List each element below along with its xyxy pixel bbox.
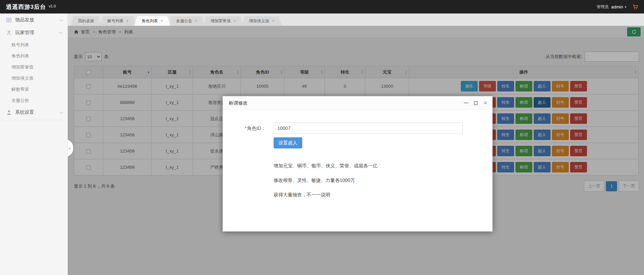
sidebar-group-system[interactable]: 系统设置 [0,106,67,119]
role-id-label-text: 角色ID： [247,126,266,131]
dialog-note-0: 增加元宝、铜币、银币、侠义、荣誉、成就各一亿 [274,162,377,169]
set-superman-button[interactable]: 设置超人 [274,137,302,148]
tab-close-icon[interactable]: × [272,19,274,23]
admin-username[interactable]: admin [611,4,623,9]
topbar-right: 管理员 admin ▾ [597,0,639,13]
required-mark: * [245,126,247,131]
chevron-down-icon[interactable]: ▾ [625,5,626,9]
tab-close-icon[interactable]: × [126,19,129,23]
players-icon [6,30,12,36]
tab-account-list[interactable]: 账号列表× [100,16,136,26]
dialog-note-1: 修改根骨、灵性、敏捷、力量各1000万 [274,177,377,184]
tab-close-icon[interactable]: × [233,19,236,23]
maximize-icon[interactable] [474,101,478,105]
tab-server-notice[interactable]: 全服公告× [169,16,205,26]
minimize-icon[interactable] [464,103,468,103]
app-window: 逍遥西游3后台 v1.0 管理员 admin ▾ 物品发放玩家管理账号列表角色列… [0,0,644,275]
tab-role-list[interactable]: 角色列表× [134,16,170,26]
sidebar-item-server-notice[interactable]: 全服公告 [0,95,67,106]
sidebar-group-players[interactable]: 玩家管理 [0,26,67,39]
role-id-label: *角色ID： [239,122,266,134]
tab-close-icon[interactable]: × [161,19,163,23]
sidebar-group-label: 系统设置 [15,109,60,115]
sidebar-item-disband-guild[interactable]: 解散帮派 [0,84,67,95]
sidebar-item-add-honor[interactable]: 增加荣誉值 [0,61,67,73]
chevron-down-icon [60,110,63,114]
goods-icon [6,17,12,23]
close-icon[interactable]: × [483,100,487,106]
dialog-notes: 增加元宝、铜币、银币、侠义、荣誉、成就各一亿修改根骨、灵性、敏捷、力量各1000… [274,162,377,206]
tab-close-icon[interactable]: × [195,19,197,23]
title-edit-dialog: 称谓修改 × *角色ID： 设置超人 增加元宝、铜币、银币、侠义、荣誉、成就各一… [223,96,493,231]
dialog-window-controls: × [464,96,487,110]
admin-role-label: 管理员 [597,4,609,10]
tab-add-chivalry[interactable]: 增加侠义值× [242,16,282,26]
tab-add-honor[interactable]: 增加荣誉值× [203,16,243,26]
app-title: 逍遥西游3后台 [6,3,46,11]
sidebar-group-label: 玩家管理 [15,30,60,36]
chevron-down-icon [60,18,63,21]
brand: 逍遥西游3后台 v1.0 [6,0,56,13]
sidebar-item-role-list[interactable]: 角色列表 [0,50,67,61]
sidebar-item-add-chivalry[interactable]: 增加侠义值 [0,73,67,84]
tab-desktop[interactable]: 我的桌面 [71,16,102,26]
sidebar-item-account-list[interactable]: 账号列表 [0,39,67,50]
system-icon [6,110,12,115]
topbar: 逍遥西游3后台 v1.0 管理员 admin ▾ [0,0,644,13]
cart-icon[interactable] [632,4,639,10]
sidebar-group-label: 物品发放 [15,17,60,23]
tabbar: 我的桌面账号列表×角色列表×全服公告×增加荣誉值×增加侠义值× [68,13,644,26]
sidebar-group-goods[interactable]: 物品发放 [0,13,67,26]
dialog-note-2: 获得大量物资，不一一说明 [274,191,377,198]
sidebar-divider [0,120,67,120]
role-id-input[interactable] [274,122,463,134]
tab-strip: 我的桌面账号列表×角色列表×全服公告×增加荣誉值×增加侠义值× [71,16,280,26]
dialog-title: 称谓修改 [223,96,493,110]
app-version: v1.0 [49,4,56,8]
sidebar-nav: 物品发放玩家管理账号列表角色列表增加荣誉值增加侠义值解散帮派全服公告系统设置 [0,13,67,120]
sidebar: 物品发放玩家管理账号列表角色列表增加荣誉值增加侠义值解散帮派全服公告系统设置 [0,13,68,275]
collapse-arrow-icon: ◂ [68,146,70,150]
